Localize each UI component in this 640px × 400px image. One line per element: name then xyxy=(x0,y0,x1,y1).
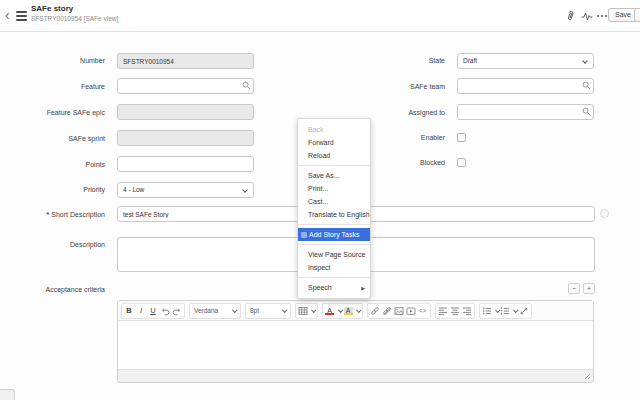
form-context-menu-button[interactable] xyxy=(16,11,27,23)
enabler-checkbox[interactable] xyxy=(457,133,466,142)
insert-image-button[interactable] xyxy=(393,304,405,318)
unlink-button[interactable] xyxy=(381,304,393,318)
submenu-arrow-icon: ▶ xyxy=(361,285,365,291)
list-group xyxy=(479,303,532,319)
priority-label: Priority xyxy=(5,181,105,198)
browser-status-bubble xyxy=(0,389,15,400)
redo-button[interactable] xyxy=(171,304,183,318)
font-family-select[interactable]: Verdana xyxy=(189,303,241,319)
italic-button[interactable]: I xyxy=(135,304,147,318)
undo-icon xyxy=(160,306,170,316)
editor-status-bar xyxy=(118,369,593,382)
text-color-button[interactable]: A xyxy=(324,304,336,318)
font-family-value: Verdana xyxy=(194,307,218,314)
menu-item-speech[interactable]: Speech ▶ xyxy=(298,281,370,294)
table-icon xyxy=(298,306,308,316)
bold-button[interactable]: B xyxy=(123,304,135,318)
safe-sprint-label: SAFe sprint xyxy=(5,130,105,147)
priority-value: 4 - Low xyxy=(123,186,144,193)
image-icon xyxy=(394,306,404,316)
chevron-down-icon xyxy=(356,307,361,312)
numbered-list-icon xyxy=(500,306,510,316)
title-block: SAFe story SFSTRY0010954 [SAFe view] xyxy=(31,4,118,23)
description-label: Description xyxy=(5,236,105,253)
menu-item-forward[interactable]: Forward xyxy=(298,136,370,149)
insert-group: <> xyxy=(367,303,431,319)
state-select[interactable]: Draft xyxy=(457,53,594,69)
points-label: Points xyxy=(5,156,105,173)
menu-item-reload[interactable]: Reload xyxy=(298,149,370,162)
fullscreen-button[interactable] xyxy=(518,304,530,318)
align-left-button[interactable] xyxy=(437,304,449,318)
blocked-checkbox[interactable] xyxy=(457,158,466,167)
assigned-to-field[interactable] xyxy=(457,104,594,120)
menu-item-save-as[interactable]: Save As... xyxy=(298,169,370,182)
more-options-button[interactable] xyxy=(595,9,609,23)
menu-item-translate[interactable]: Translate to English xyxy=(298,208,370,221)
bullet-list-button[interactable] xyxy=(481,304,493,318)
background-color-icon: A xyxy=(344,307,353,314)
reference-lookup-button[interactable] xyxy=(582,107,591,116)
feature-field[interactable] xyxy=(117,78,254,94)
menu-item-cast[interactable]: Cast... xyxy=(298,195,370,208)
menu-separator xyxy=(298,224,370,225)
underline-button[interactable]: U xyxy=(147,304,159,318)
attachment-button[interactable] xyxy=(563,9,577,23)
activity-stream-button[interactable] xyxy=(580,9,594,23)
table-button[interactable] xyxy=(297,304,309,318)
reference-lookup-button[interactable] xyxy=(242,81,251,90)
feature-safe-epic-field[interactable] xyxy=(117,104,254,120)
feature-safe-epic-label: Feature SAFe epic xyxy=(5,104,105,121)
menu-separator xyxy=(298,165,370,166)
menu-item-back[interactable]: Back xyxy=(298,123,370,136)
editor-toolbar: B I U Verdana xyxy=(118,301,593,321)
reference-lookup-button[interactable] xyxy=(582,81,591,90)
points-field[interactable] xyxy=(117,156,254,172)
short-description-label: *Short Description xyxy=(5,206,105,223)
link-button[interactable] xyxy=(369,304,381,318)
menu-item-view-page-source[interactable]: View Page Source xyxy=(298,248,370,261)
chevron-down-icon xyxy=(232,307,237,312)
menu-item-add-story-tasks[interactable]: Add Story Tasks xyxy=(298,228,370,241)
state-value: Draft xyxy=(463,57,477,64)
chevron-down-icon xyxy=(282,307,287,312)
color-group: A A xyxy=(322,303,363,319)
font-size-select[interactable]: 8pt xyxy=(245,303,291,319)
menu-item-print[interactable]: Print... xyxy=(298,182,370,195)
safe-team-field[interactable] xyxy=(457,78,594,94)
source-code-button[interactable]: <> xyxy=(417,304,429,318)
table-group xyxy=(295,303,318,319)
form-header: ‹ SAFe story SFSTRY0010954 [SAFe view] S… xyxy=(0,0,640,32)
extension-icon xyxy=(301,232,307,238)
safe-team-field-wrap xyxy=(457,78,594,94)
update-button[interactable]: Update xyxy=(634,8,640,22)
feature-field-wrap xyxy=(117,78,254,94)
number-field[interactable] xyxy=(117,53,254,69)
background-color-button[interactable]: A xyxy=(342,304,354,318)
menu-item-inspect[interactable]: Inspect xyxy=(298,261,370,274)
media-icon xyxy=(406,306,416,316)
chevron-down-icon xyxy=(242,187,248,193)
code-icon: <> xyxy=(419,307,427,314)
suggestion-icon[interactable] xyxy=(600,209,609,218)
editor-content-area[interactable] xyxy=(118,321,593,369)
back-button[interactable]: ‹ xyxy=(5,5,10,25)
editor-shrink-button[interactable]: − xyxy=(568,283,580,294)
page-title: SAFe story xyxy=(31,4,118,14)
align-right-button[interactable] xyxy=(461,304,473,318)
numbered-list-button[interactable] xyxy=(499,304,511,318)
undo-button[interactable] xyxy=(159,304,171,318)
fullscreen-icon xyxy=(519,306,529,316)
hamburger-icon xyxy=(16,11,27,13)
resize-handle[interactable] xyxy=(583,372,591,380)
text-color-icon: A xyxy=(325,307,334,314)
insert-media-button[interactable] xyxy=(405,304,417,318)
search-icon xyxy=(582,107,591,116)
align-center-button[interactable] xyxy=(449,304,461,318)
align-group xyxy=(435,303,475,319)
editor-grow-button[interactable]: + xyxy=(583,283,595,294)
safe-sprint-field[interactable] xyxy=(117,130,254,146)
chevron-down-icon xyxy=(311,307,316,312)
priority-select[interactable]: 4 - Low xyxy=(117,182,254,198)
safe-team-label: SAFe team xyxy=(345,78,445,95)
